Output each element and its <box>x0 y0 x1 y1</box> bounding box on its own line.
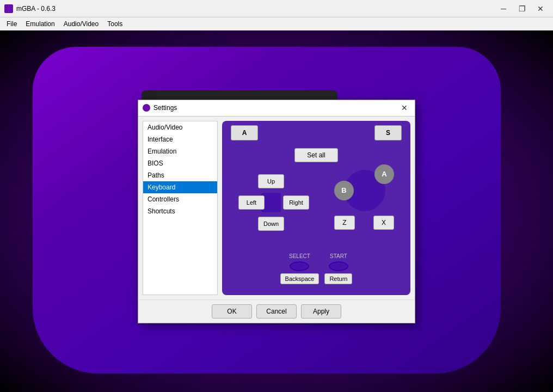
sidebar-item-keyboard[interactable]: Keyboard <box>143 181 217 193</box>
shoulder-right-button[interactable]: S <box>374 125 402 140</box>
dpad: Up Down Left Right <box>238 170 304 235</box>
dialog-icon <box>143 104 150 112</box>
sidebar-item-paths[interactable]: Paths <box>143 169 217 181</box>
title-bar: mGBA - 0.6.3 ─ ❐ ✕ <box>0 0 553 17</box>
app-icon <box>4 4 13 13</box>
dialog-body: Audio/Video Interface Emulation BIOS Pat… <box>138 117 415 299</box>
title-bar-left: mGBA - 0.6.3 <box>4 4 56 13</box>
dialog-footer: OK Cancel Apply <box>138 299 415 323</box>
dialog-overlay: Settings ✕ Audio/Video Interface Emulati… <box>0 30 553 392</box>
controller-panel: A S Set all Up Down Left Right <box>222 121 410 295</box>
select-key[interactable]: Backspace <box>280 273 319 284</box>
menu-file[interactable]: File <box>2 19 21 29</box>
key-z[interactable]: Z <box>334 216 355 230</box>
sidebar-item-controllers[interactable]: Controllers <box>143 193 217 205</box>
start-key[interactable]: Return <box>324 273 352 284</box>
menu-tools[interactable]: Tools <box>103 19 127 29</box>
main-content: Settings ✕ Audio/Video Interface Emulati… <box>0 30 553 392</box>
settings-sidebar: Audio/Video Interface Emulation BIOS Pat… <box>143 121 218 295</box>
key-x[interactable]: X <box>373 216 394 230</box>
ok-button[interactable]: OK <box>212 304 252 318</box>
sidebar-item-bios[interactable]: BIOS <box>143 157 217 169</box>
menu-emulation[interactable]: Emulation <box>21 19 59 29</box>
title-bar-controls: ─ ❐ ✕ <box>495 3 549 15</box>
select-oval[interactable] <box>290 261 309 271</box>
dialog-title-left: Settings <box>143 104 177 112</box>
cancel-button[interactable]: Cancel <box>256 304 297 318</box>
menu-audio-video[interactable]: Audio/Video <box>59 19 103 29</box>
start-label: START <box>330 253 347 259</box>
sidebar-item-audio-video[interactable]: Audio/Video <box>143 121 217 133</box>
settings-dialog: Settings ✕ Audio/Video Interface Emulati… <box>138 100 415 323</box>
action-buttons: A B Z X <box>329 164 400 230</box>
dialog-close-button[interactable]: ✕ <box>398 102 410 114</box>
start-oval[interactable] <box>329 261 348 271</box>
sidebar-item-shortcuts[interactable]: Shortcuts <box>143 205 217 217</box>
shoulder-left-button[interactable]: A <box>231 125 258 140</box>
start-area: START Return <box>324 253 352 284</box>
sidebar-item-emulation[interactable]: Emulation <box>143 145 217 157</box>
dialog-title-bar: Settings ✕ <box>138 100 415 117</box>
bottom-controls: SELECT Backspace START Return <box>222 253 410 284</box>
select-label: SELECT <box>289 253 310 259</box>
set-all-button[interactable]: Set all <box>294 148 338 162</box>
window-title: mGBA - 0.6.3 <box>16 5 56 13</box>
button-a[interactable]: A <box>374 164 394 184</box>
menu-bar: File Emulation Audio/Video Tools <box>0 17 553 30</box>
dpad-left-button[interactable]: Left <box>238 195 265 210</box>
window-close-button[interactable]: ✕ <box>532 3 549 15</box>
dpad-up-button[interactable]: Up <box>258 174 284 188</box>
select-area: SELECT Backspace <box>280 253 319 284</box>
sidebar-item-interface[interactable]: Interface <box>143 133 217 145</box>
dpad-down-button[interactable]: Down <box>258 217 284 231</box>
dialog-title: Settings <box>153 104 177 112</box>
minimize-button[interactable]: ─ <box>495 3 512 15</box>
button-b[interactable]: B <box>334 181 354 200</box>
apply-button[interactable]: Apply <box>301 304 341 318</box>
maximize-button[interactable]: ❐ <box>514 3 530 15</box>
dpad-right-button[interactable]: Right <box>283 195 309 210</box>
